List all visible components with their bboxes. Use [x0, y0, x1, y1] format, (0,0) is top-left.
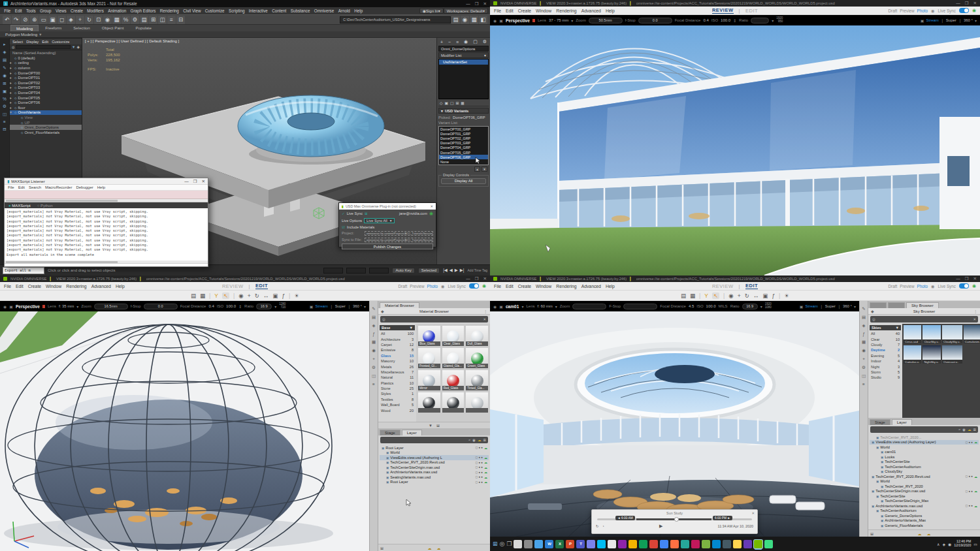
- filter-icon[interactable]: ≈: [958, 428, 960, 432]
- dock-panel-icon[interactable]: ⌖: [862, 356, 865, 362]
- ov-menu-item[interactable]: File: [494, 8, 501, 13]
- material-item[interactable]: Tinted_Gla...: [466, 370, 488, 390]
- max-toolbar-icon[interactable]: ⊡: [94, 16, 103, 24]
- edit-tool-icon[interactable]: ↻: [745, 292, 749, 299]
- max-menu-item[interactable]: Modifiers: [85, 8, 106, 13]
- tab-stage[interactable]: Stage: [380, 430, 400, 435]
- material-category[interactable]: Wall_Board5: [378, 402, 416, 407]
- edit-tool-icon[interactable]: |: [723, 292, 725, 299]
- max-toolbar-icon[interactable]: ↻: [85, 16, 93, 24]
- material-category[interactable]: Masonry10: [378, 358, 416, 364]
- max-menu-item[interactable]: Customize: [203, 8, 227, 13]
- ratio-dropdown[interactable]: [751, 18, 769, 24]
- dock-panel-icon[interactable]: ✎: [862, 306, 865, 311]
- ov-window-controls[interactable]: —❐✕: [956, 1, 977, 6]
- explorer-item[interactable]: View: [10, 115, 82, 120]
- layer-row[interactable]: Root Layer◻ ● ●☁: [380, 480, 489, 485]
- edit-tool-icon[interactable]: ↖: [712, 292, 719, 299]
- ov-menu-item[interactable]: Edit: [506, 284, 514, 289]
- tray-chevron-icon[interactable]: ∧: [937, 542, 939, 546]
- ov-menu-item[interactable]: Rendering: [66, 284, 86, 289]
- explorer-menu-item[interactable]: Edit: [42, 40, 48, 44]
- sky-browser-header[interactable]: ◆Sky Browser⋮: [868, 308, 980, 315]
- layer-row-controls[interactable]: ◻ ● ●: [476, 456, 483, 459]
- render-camera-icon[interactable]: ▣: [310, 304, 314, 309]
- layer-row[interactable]: TechCenterSiteOrigin.max.usd◻ ● ●☁: [870, 489, 979, 494]
- speaker-icon[interactable]: ◉: [931, 284, 935, 289]
- edit-tool-icon[interactable]: ↻: [255, 292, 259, 299]
- edit-tool-icon[interactable]: |: [209, 292, 210, 299]
- auto-key-button[interactable]: Auto Key: [392, 268, 414, 274]
- edit-tool-icon[interactable]: ▣: [272, 292, 278, 299]
- modifier-stack-item[interactable]: UsdVariantSet: [439, 59, 488, 65]
- variant-item[interactable]: DomeOPT06_GRP: [439, 155, 488, 159]
- explorer-item[interactable]: ▸ DomeOPT02: [10, 80, 82, 86]
- zoom-slider[interactable]: 50.5mm: [589, 18, 623, 24]
- explorer-item[interactable]: 0 (default): [10, 55, 82, 61]
- object-name-field[interactable]: Omni_DomeOptions: [438, 46, 489, 52]
- listener-window-controls[interactable]: —❐✕: [184, 179, 205, 184]
- ribbon-tab[interactable]: Freeform: [40, 25, 67, 31]
- taskbar-app-icon[interactable]: [743, 540, 752, 548]
- sky-category[interactable]: All40: [868, 331, 902, 336]
- options-icon[interactable]: ⊞: [973, 428, 976, 432]
- variant-listbox[interactable]: DomeOPT00_GRPDomeOPT01_GRPDomeOPT02_GRPD…: [438, 126, 489, 165]
- reload-layer-icon[interactable]: ☁: [927, 531, 931, 536]
- max-menu-item[interactable]: Omniverse: [312, 8, 336, 13]
- eye-icon[interactable]: ◉: [962, 428, 966, 432]
- dock-panel-icon[interactable]: ◫: [372, 373, 376, 379]
- taskbar-app-icon[interactable]: [702, 540, 710, 548]
- sky-category[interactable]: Cloudy7: [868, 342, 902, 347]
- explorer-item[interactable]: ▸ DomeOPT04: [10, 90, 82, 95]
- sky-item[interactable]: Overcast.u..: [942, 345, 962, 364]
- material-item[interactable]: [418, 392, 440, 413]
- layer-row-controls[interactable]: ◻ ● ●: [476, 461, 483, 464]
- explorer-item[interactable]: ▸ DomeOPT00: [10, 71, 82, 76]
- category-filter-dropdown[interactable]: Skies▼: [870, 325, 901, 330]
- dock-panel-icon[interactable]: ≡: [372, 382, 375, 386]
- render-camera-icon[interactable]: ▣: [800, 304, 804, 309]
- ov-menu-item[interactable]: Rendering: [556, 8, 576, 13]
- layer-search-field[interactable]: ≈◉☁⊞: [870, 426, 978, 433]
- dock-panel-icon[interactable]: ✎: [372, 306, 375, 311]
- layer-search-field[interactable]: ≈◉☁⊞: [380, 437, 488, 443]
- layer-row-controls[interactable]: ◻ ● ●: [476, 446, 483, 449]
- dock-icon[interactable]: ⚙: [3, 104, 7, 109]
- taskbar-clock[interactable]: 12:46 PM12/19/2020: [954, 540, 971, 548]
- stream-button[interactable]: Stream: [926, 18, 938, 22]
- taskbar-app-icon[interactable]: [514, 540, 522, 548]
- move-down-button[interactable]: ▾: [482, 166, 487, 172]
- coordinate-z-field[interactable]: [369, 268, 389, 274]
- ov-menu-item[interactable]: Edit: [16, 284, 24, 289]
- layer-row[interactable]: ArchInteriorVariants_Max◻ ● ●☁: [870, 518, 979, 524]
- search-icon[interactable]: ◎: [500, 541, 505, 547]
- listener-menu-item[interactable]: Edit: [18, 185, 25, 189]
- layer-row[interactable]: TechCenterSite◻ ● ●☁: [870, 460, 979, 465]
- taskbar-app-icon[interactable]: [733, 540, 742, 548]
- ov-menu-item[interactable]: File: [4, 284, 11, 289]
- ribbon-tab[interactable]: Modeling: [10, 25, 39, 31]
- zoom-slider[interactable]: 16.5mm: [94, 304, 128, 309]
- taskbar-app-icon[interactable]: [712, 540, 721, 548]
- layer-row-controls[interactable]: ◻ ● ●: [476, 480, 483, 484]
- quality-option[interactable]: Preview: [900, 8, 914, 13]
- listener-macro-pane[interactable]: [5, 191, 208, 199]
- dock-icon[interactable]: ≡: [3, 119, 6, 124]
- edit-tool-icon[interactable]: +: [248, 292, 251, 299]
- layer-row-controls[interactable]: ◻ ● ●: [476, 471, 483, 474]
- sky-category[interactable]: Storm5: [868, 370, 902, 375]
- taskbar-app-icon[interactable]: [723, 540, 731, 548]
- selected-dropdown[interactable]: Selected: [418, 268, 440, 274]
- ov-menu-item[interactable]: File: [494, 284, 501, 289]
- edit-tool-icon[interactable]: ▦: [690, 292, 695, 299]
- sky-item[interactable]: Cumulus.u..: [904, 345, 921, 364]
- explorer-item[interactable]: ▾ OmniVariants: [10, 110, 82, 116]
- start-time-pill[interactable]: ◄ 6:00 AM: [615, 516, 635, 520]
- command-tab-icon[interactable]: ~: [448, 40, 451, 44]
- max-toolbar-icon[interactable]: ↶: [3, 16, 11, 24]
- layer-row-controls[interactable]: ◻ ● ●: [966, 475, 973, 478]
- layer-row[interactable]: TechCenterSite◻ ● ●☁: [870, 494, 979, 499]
- dock-panel-icon[interactable]: ◈: [862, 323, 866, 328]
- lens-dropdown[interactable]: 37 - 75 mm: [549, 18, 568, 22]
- super-button[interactable]: Super: [946, 18, 956, 22]
